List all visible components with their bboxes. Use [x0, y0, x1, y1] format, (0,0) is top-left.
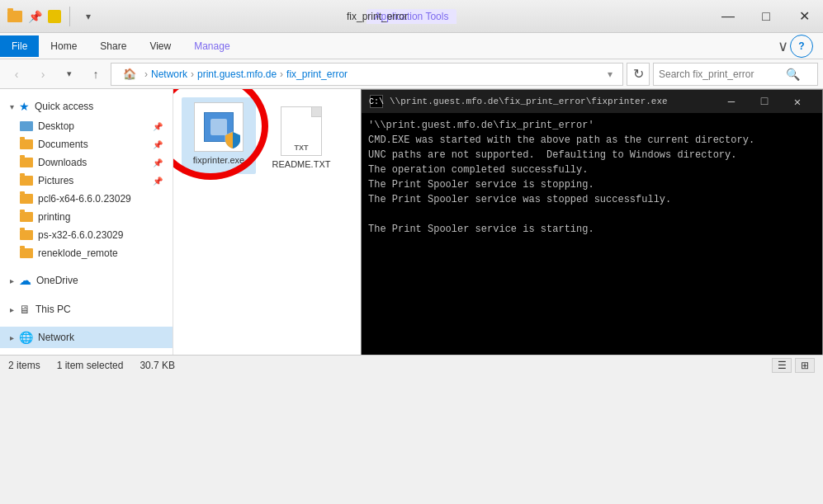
cmd-close-button[interactable]: ✕ [781, 90, 814, 113]
onedrive-section: ▸ ☁ OneDrive [0, 266, 173, 295]
close-button[interactable]: ✕ [785, 0, 823, 33]
view-list-button[interactable]: ☰ [772, 358, 792, 373]
folder-icon [20, 158, 33, 167]
network-icon: 🌐 [19, 331, 33, 344]
path-folder[interactable]: fix_print_error [286, 68, 348, 80]
address-bar: ‹ › ▾ ↑ 🏠 › Network › print.guest.mfo.de… [0, 59, 823, 89]
file-name-label: fixprinter.exe [193, 155, 244, 165]
file-item-readme[interactable]: TXT README.TXT [264, 101, 338, 174]
search-box: 🔍 [653, 63, 818, 86]
pcl6-label: pcl6-x64-6.6.0.23029 [38, 193, 131, 205]
onedrive-header[interactable]: ▸ ☁ OneDrive [0, 269, 173, 292]
network-label: Network [38, 332, 74, 343]
network-header[interactable]: ▸ 🌐 Network [0, 327, 173, 348]
sidebar-item-reneklode[interactable]: reneklode_remote [0, 244, 173, 262]
quick-access-btn[interactable]: ▾ [77, 5, 100, 28]
item-count: 2 items [8, 360, 40, 371]
cmd-icon: C:\ [370, 95, 383, 108]
tab-manage[interactable]: Manage [182, 35, 241, 57]
thispc-header[interactable]: ▸ 🖥 This PC [0, 299, 173, 320]
folder-icon [20, 212, 33, 222]
pc-icon: 🖥 [19, 303, 31, 316]
pictures-label: Pictures [38, 175, 73, 186]
cmd-minimize-button[interactable]: — [715, 90, 748, 113]
chevron-icon[interactable]: ∨ [778, 37, 788, 55]
sidebar-item-desktop[interactable]: Desktop 📌 [0, 117, 173, 135]
desktop-icon [20, 121, 33, 131]
search-icon: 🔍 [786, 68, 800, 81]
tab-home[interactable]: Home [39, 35, 88, 57]
desktop-label: Desktop [38, 120, 74, 132]
folder-icon [20, 176, 33, 186]
documents-label: Documents [38, 139, 88, 150]
folder-icon [7, 8, 23, 25]
sidebar-item-documents[interactable]: Documents 📌 [0, 135, 173, 153]
sidebar-item-pcl6[interactable]: pcl6-x64-6.6.0.23029 [0, 190, 173, 208]
ribbon-tabs: File Home Share View Manage ∨ ? [0, 33, 823, 59]
thispc-section: ▸ 🖥 This PC [0, 295, 173, 323]
refresh-button[interactable]: ↻ [627, 63, 650, 86]
folder-icon [20, 139, 33, 149]
address-path[interactable]: 🏠 › Network › print.guest.mfo.de › fix_p… [111, 63, 623, 86]
sidebar-item-ps-x32[interactable]: ps-x32-6.6.0.23029 [0, 226, 173, 244]
cmd-title-text: \\print.guest.mfo.de\fix_print_error\fix… [390, 97, 708, 106]
downloads-label: Downloads [38, 157, 87, 168]
status-bar: 2 items 1 item selected 30.7 KB ☰ ⊞ [0, 355, 823, 374]
reneklode-label: reneklode_remote [38, 247, 118, 259]
pin-icon: 📌 [153, 158, 163, 167]
title-bar-icons: 📌 ▾ [0, 5, 106, 28]
pin-icon: 📌 [153, 177, 163, 186]
cmd-window: C:\ \\print.guest.mfo.de\fix_print_error… [361, 89, 823, 355]
star-icon: ★ [19, 100, 30, 113]
sidebar-item-pictures[interactable]: Pictures 📌 [0, 172, 173, 190]
onedrive-label: OneDrive [36, 275, 78, 286]
path-network[interactable]: Network [151, 68, 187, 80]
onedrive-icon: ☁ [19, 273, 31, 288]
sidebar: ▾ ★ Quick access Desktop 📌 Documents 📌 D… [0, 89, 173, 355]
quick-access-header[interactable]: ▾ ★ Quick access [0, 96, 173, 117]
cmd-win-btns: — □ ✕ [715, 90, 814, 113]
workspace: ▾ ★ Quick access Desktop 📌 Documents 📌 D… [0, 89, 823, 355]
file-name-label: README.TXT [272, 159, 331, 169]
selected-info: 1 item selected [57, 360, 124, 371]
file-size: 30.7 KB [140, 360, 175, 371]
expand-icon: ▸ [10, 305, 14, 314]
exe-icon [194, 102, 244, 152]
tab-view[interactable]: View [138, 35, 182, 57]
quick-access-label: Quick access [35, 101, 93, 112]
minimize-button[interactable]: — [709, 0, 747, 33]
cmd-maximize-button[interactable]: □ [748, 90, 781, 113]
file-item-fixprinter[interactable]: fixprinter.exe [182, 97, 256, 174]
path-home-icon: 🏠 [118, 63, 141, 86]
search-input[interactable] [659, 68, 783, 80]
ribbon-chevron: ∨ ? [778, 35, 823, 58]
path-server[interactable]: print.guest.mfo.de [197, 68, 277, 80]
filename-label: fix_print_error [347, 11, 408, 22]
expand-icon: ▸ [10, 333, 14, 342]
expand-icon: ▸ [10, 276, 14, 285]
window-controls: — □ ✕ [709, 0, 823, 33]
yellow-icon [46, 8, 63, 25]
txt-icon: TXT [281, 106, 322, 156]
tab-share[interactable]: Share [88, 35, 138, 57]
forward-button[interactable]: › [31, 63, 54, 86]
sidebar-item-printing[interactable]: printing [0, 208, 173, 226]
ps-x32-label: ps-x32-6.6.0.23029 [38, 229, 123, 241]
view-icon-button[interactable]: ⊞ [795, 358, 815, 373]
maximize-button[interactable]: □ [747, 0, 785, 33]
help-button[interactable]: ? [790, 35, 813, 58]
title-bar: 📌 ▾ Application Tools fix_print_error — … [0, 0, 823, 33]
cmd-content: '\\print.guest.mfo.de\fix_print_error' C… [362, 113, 822, 355]
cmd-titlebar: C:\ \\print.guest.mfo.de\fix_print_error… [362, 90, 822, 113]
tab-file[interactable]: File [0, 35, 39, 57]
sidebar-item-downloads[interactable]: Downloads 📌 [0, 153, 173, 172]
network-section: ▸ 🌐 Network [0, 323, 173, 351]
thispc-label: This PC [35, 304, 71, 315]
pin-icon: 📌 [153, 122, 163, 131]
folder-icon [20, 194, 33, 204]
recent-button[interactable]: ▾ [58, 63, 81, 86]
folder-icon [20, 248, 33, 258]
folder-icon [20, 230, 33, 240]
up-button[interactable]: ↑ [84, 63, 107, 86]
back-button[interactable]: ‹ [5, 63, 28, 86]
